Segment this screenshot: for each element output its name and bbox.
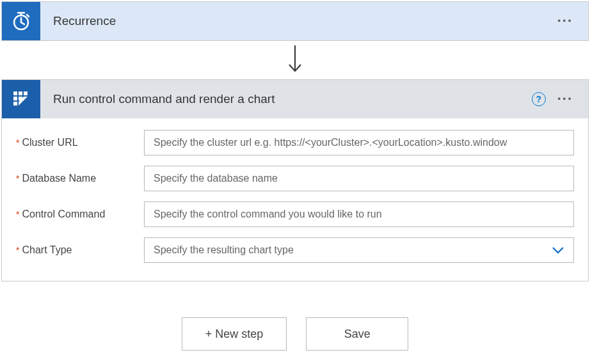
label-text: Cluster URL xyxy=(22,137,77,148)
svg-line-2 xyxy=(21,22,24,24)
save-button[interactable]: Save xyxy=(306,317,408,351)
more-icon[interactable]: ··· xyxy=(557,92,573,106)
control-command-input[interactable] xyxy=(144,202,574,227)
recurrence-header[interactable]: Recurrence ··· xyxy=(2,2,588,40)
chevron-down-icon xyxy=(552,246,564,254)
form-row-chart-type: * Chart Type Specify the resulting chart… xyxy=(16,237,574,263)
svg-rect-9 xyxy=(13,97,17,100)
svg-rect-11 xyxy=(13,102,17,106)
recurrence-title: Recurrence xyxy=(40,14,557,28)
new-step-button[interactable]: + New step xyxy=(182,317,287,351)
form-row-control-command: * Control Command xyxy=(16,202,574,227)
label-text: Chart Type xyxy=(22,244,72,256)
database-name-input[interactable] xyxy=(144,166,574,191)
required-star: * xyxy=(16,173,19,184)
select-placeholder: Specify the resulting chart type xyxy=(154,244,294,256)
action-title: Run control command and render a chart xyxy=(40,92,532,106)
form-row-database-name: * Database Name xyxy=(16,166,574,191)
database-name-label: * Database Name xyxy=(16,173,144,184)
svg-rect-7 xyxy=(19,91,22,95)
chart-type-select[interactable]: Specify the resulting chart type xyxy=(144,237,574,263)
kusto-icon xyxy=(2,80,40,118)
form-row-cluster-url: * Cluster URL xyxy=(16,130,574,155)
svg-rect-6 xyxy=(13,91,17,95)
cluster-url-label: * Cluster URL xyxy=(16,137,144,148)
label-text: Database Name xyxy=(22,173,96,184)
arrow-connector xyxy=(1,41,589,79)
label-text: Control Command xyxy=(22,209,105,220)
cluster-url-input[interactable] xyxy=(144,130,574,155)
footer-buttons: + New step Save xyxy=(1,317,589,351)
control-command-label: * Control Command xyxy=(16,209,144,220)
required-star: * xyxy=(16,138,19,148)
svg-rect-8 xyxy=(24,91,28,95)
action-header[interactable]: Run control command and render a chart ?… xyxy=(2,80,588,118)
svg-line-4 xyxy=(27,15,29,17)
recurrence-icon xyxy=(2,2,40,40)
more-icon[interactable]: ··· xyxy=(557,14,573,28)
action-card: Run control command and render a chart ?… xyxy=(1,79,589,281)
chart-type-label: * Chart Type xyxy=(16,244,144,256)
required-star: * xyxy=(16,245,19,255)
recurrence-actions: ··· xyxy=(557,14,588,28)
recurrence-card: Recurrence ··· xyxy=(1,1,589,41)
action-actions: ? ··· xyxy=(532,92,588,106)
help-icon[interactable]: ? xyxy=(532,92,546,106)
required-star: * xyxy=(16,209,19,219)
action-body: * Cluster URL * Database Name * Control … xyxy=(2,118,588,281)
